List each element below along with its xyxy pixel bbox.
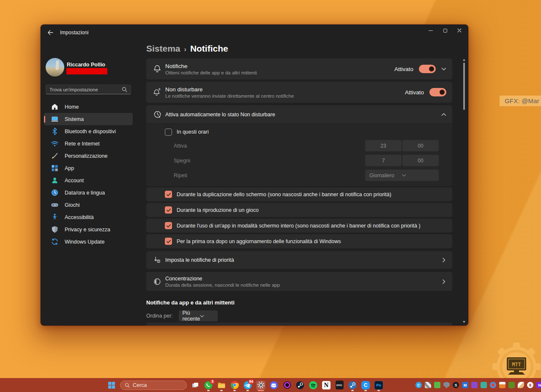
taskbar-search[interactable]: Cerca [120, 381, 187, 390]
focus-card[interactable]: Concentrazione Durata della sessione, na… [146, 272, 452, 291]
sidebar-item-personalizzazione[interactable]: Personalizzazione [44, 150, 133, 162]
maximize-icon [443, 29, 447, 33]
settings-search-input[interactable]: Trova un'impostazione [46, 85, 131, 94]
notifications-subtitle: Ottieni notifiche delle app e da altri m… [165, 70, 394, 75]
maximize-button[interactable] [438, 25, 452, 36]
network-wifi-icon [51, 140, 59, 148]
steam-blue-icon[interactable] [348, 381, 357, 390]
minimize-button[interactable] [424, 25, 438, 36]
discord-icon[interactable] [269, 381, 279, 390]
tray-window-grid-icon[interactable] [425, 382, 431, 388]
sidebar-item-bluetooth[interactable]: Bluetooth e dispositivi [44, 125, 133, 137]
sort-dropdown[interactable]: Più recente [179, 310, 218, 321]
gfx-watermark: GFX: @Mar [500, 96, 541, 106]
scrollbar-thumb[interactable] [463, 63, 465, 110]
sort-row: Ordina per: Più recente [146, 310, 218, 321]
sidebar-item-giochi[interactable]: Giochi [44, 199, 133, 211]
in-questi-orari-checkbox[interactable] [165, 129, 172, 136]
condition-row-gaming[interactable]: Durante la riproduzione di un gioco [146, 203, 452, 217]
settings-icon[interactable] [256, 381, 265, 390]
sort-label: Ordina per: [146, 313, 173, 319]
task-view-button[interactable] [191, 381, 200, 390]
whatsapp-icon[interactable]: 3 [204, 381, 213, 390]
steam-icon[interactable] [295, 381, 305, 390]
tray-green-app-icon[interactable] [434, 382, 440, 388]
back-button[interactable] [44, 27, 57, 38]
sidebar-nav: Home Sistema Bluetooth e dispositivi Ret… [44, 101, 133, 248]
app-list-partial-card[interactable] [146, 323, 452, 326]
condition-row-fullscreen[interactable]: Durante l'uso di un'app in modalità sche… [146, 219, 452, 233]
tray-s-icon[interactable]: S [453, 382, 459, 388]
system-icon [51, 115, 59, 123]
priority-notifications-card[interactable]: Imposta le notifiche di priorità [146, 251, 452, 269]
dnd-toggle[interactable] [429, 88, 446, 96]
sidebar-item-sistema[interactable]: Sistema [44, 113, 133, 125]
sidebar: Riccardo Pollio Trova un'impostazione Ho… [41, 41, 146, 326]
condition-row-duplication[interactable]: Durante la duplicazione dello schermo (s… [146, 187, 452, 201]
dnd-off-minute-input[interactable]: 00 [402, 155, 439, 166]
personalization-brush-icon [51, 152, 59, 160]
epic-games-icon[interactable]: EPIC [335, 381, 344, 390]
chevron-up-icon[interactable] [441, 113, 446, 116]
account-person-icon [51, 176, 59, 184]
tray-n-icon[interactable]: N [536, 382, 541, 388]
avatar[interactable] [46, 58, 64, 77]
opera-gx-icon[interactable] [282, 381, 292, 390]
sidebar-item-account[interactable]: Account [44, 174, 133, 186]
auto-dnd-title: Attiva automaticamente lo stato Non dist… [165, 112, 441, 118]
checked-checkbox[interactable] [165, 191, 172, 198]
chrome-icon[interactable] [230, 381, 239, 390]
tray-feather-icon[interactable] [518, 382, 524, 388]
close-button[interactable] [452, 25, 467, 36]
dnd-off-hour-input[interactable]: 7 [365, 155, 402, 166]
spotify-icon[interactable] [309, 381, 318, 390]
c-app-icon[interactable]: C [361, 381, 370, 390]
tray-circle-icon[interactable] [490, 382, 496, 388]
sidebar-item-accessibilita[interactable]: Accessibilità [44, 211, 133, 223]
gfx-credit-text: GFX: @Mar [505, 97, 539, 104]
start-button[interactable] [107, 381, 116, 390]
dnd-on-minute-input[interactable]: 00 [402, 140, 439, 151]
telegram-icon[interactable]: 94 [243, 381, 252, 390]
checked-checkbox[interactable] [165, 222, 172, 229]
chevron-down-icon [402, 174, 434, 177]
sidebar-item-privacy[interactable]: Privacy e sicurezza [44, 223, 133, 236]
titlebar: Impostazioni [41, 25, 468, 41]
auto-dnd-header[interactable]: Attiva automaticamente lo stato Non dist… [146, 105, 452, 123]
gaming-gamepad-icon [51, 201, 59, 209]
tray-m-icon[interactable]: M [462, 382, 468, 388]
dnd-card[interactable]: Non disturbare Le notifiche verranno inv… [146, 82, 452, 103]
dnd-on-hour-input[interactable]: 23 [365, 140, 402, 151]
notion-icon[interactable]: N [322, 381, 331, 390]
tray-c-icon[interactable]: C [415, 382, 422, 388]
bell-icon [152, 64, 162, 74]
condition-row-after-update[interactable]: Per la prima ora dopo un aggiornamento d… [146, 234, 452, 248]
repeat-dropdown[interactable]: Giornaliero [365, 170, 439, 181]
tray-puzzle-icon[interactable] [481, 382, 487, 388]
taskbar: Cerca 3 94 [0, 378, 541, 392]
file-explorer-icon[interactable] [217, 381, 226, 390]
sidebar-item-data-ora[interactable]: Data/ora e lingua [44, 186, 133, 199]
checked-checkbox[interactable] [165, 238, 172, 245]
scrollbar-up-arrow[interactable] [463, 59, 465, 61]
tray-purple-screen-icon[interactable] [471, 382, 478, 388]
photoshop-icon[interactable]: Ps [374, 381, 383, 390]
sidebar-item-windows-update[interactable]: Windows Update [44, 236, 133, 248]
tray-orange-tile-icon[interactable] [499, 382, 505, 388]
desktop: GFX: @Mar MTT Imposta [0, 0, 541, 392]
sidebar-item-home[interactable]: Home [44, 101, 133, 113]
notifications-card[interactable]: Notifiche Ottieni notifiche delle app e … [146, 58, 452, 79]
sidebar-item-app[interactable]: App [44, 162, 133, 174]
notion-logo-letter: N [322, 381, 331, 389]
tray-mascot-icon[interactable]: 8 [527, 382, 533, 388]
notifications-toggle[interactable] [419, 65, 436, 73]
apps-grid-icon [51, 164, 59, 172]
nvidia-icon[interactable] [508, 382, 515, 388]
security-shield-warning-icon[interactable] [443, 382, 450, 388]
sidebar-item-rete[interactable]: Rete e Internet [44, 137, 133, 150]
scrollbar-down-arrow[interactable] [463, 321, 465, 323]
chevron-down-icon[interactable] [441, 67, 446, 71]
notifications-status: Attivato [394, 66, 413, 72]
breadcrumb-parent[interactable]: Sistema [146, 44, 180, 53]
checked-checkbox[interactable] [165, 206, 172, 214]
